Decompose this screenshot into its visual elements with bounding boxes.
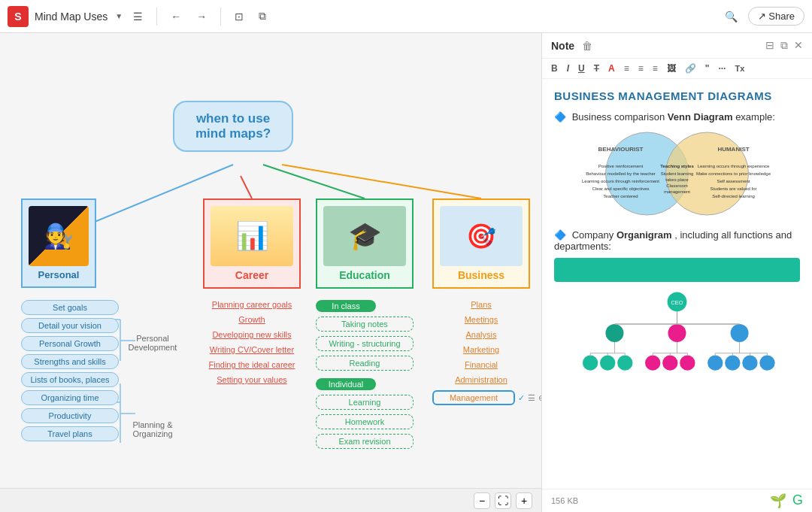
list-item[interactable]: Lists of books, places (21, 372, 119, 387)
business-node[interactable]: 🎯 Business (432, 198, 530, 289)
svg-point-48 (759, 356, 774, 371)
org-icon: 🔷 (554, 229, 566, 241)
list-item[interactable]: Productivity (21, 408, 119, 423)
app-logo: S (8, 6, 29, 27)
svg-text:takes place: takes place (665, 177, 689, 182)
quote-button[interactable]: " (702, 62, 713, 75)
strikethrough-button[interactable]: T (591, 62, 602, 75)
personal-image: 🧑‍🔧 (29, 206, 89, 266)
edit-icon: ✓ (518, 393, 525, 403)
redo-button[interactable]: → (192, 8, 211, 26)
list-item[interactable]: Planning career goals (203, 300, 301, 309)
list-item[interactable]: Finding the ideal career (203, 360, 301, 369)
frame-button[interactable]: ⊡ (230, 8, 248, 26)
personal-items: Set goals Detail your vision Personal Gr… (21, 300, 119, 441)
organigram: CEO (554, 258, 800, 381)
share-button[interactable]: ↗ Share (748, 7, 804, 26)
expand-icon[interactable]: ⊕ (538, 393, 541, 403)
image-button[interactable]: 🖼 (664, 62, 679, 75)
note-header: Note 🗑 ⊟ ⧉ ✕ (542, 33, 812, 59)
personal-node[interactable]: 🧑‍🔧 Personal (21, 198, 96, 288)
duplicate-button[interactable]: ⧉ (254, 7, 271, 26)
list-item[interactable]: Analysis (432, 330, 530, 339)
svg-text:Self-directed learning: Self-directed learning (712, 194, 755, 198)
list-item[interactable]: Growth (203, 315, 301, 324)
org-prefix: Company (572, 229, 617, 241)
list-item[interactable]: Organizing time (21, 390, 119, 405)
list-item[interactable]: Setting your values (203, 375, 301, 384)
minimize-icon[interactable]: ⊟ (765, 39, 774, 52)
note-header-actions: ⊟ ⧉ ✕ (765, 39, 803, 52)
align-button[interactable]: ≡ (650, 62, 661, 75)
grammarly-icon[interactable]: G (792, 492, 803, 509)
italic-button[interactable]: I (564, 62, 572, 75)
management-selected-item[interactable]: Management (432, 390, 515, 405)
venn-section-title: 🔷 Business comparison Venn Diagram examp… (554, 111, 800, 123)
popout-icon[interactable]: ⧉ (780, 39, 788, 52)
zoom-in-button[interactable]: + (516, 492, 532, 509)
svg-text:Teacher centered: Teacher centered (603, 194, 638, 198)
note-footer-actions: 🌱 G (770, 492, 803, 509)
clear-format-button[interactable]: Tx (732, 62, 747, 74)
list-item[interactable]: Travel plans (21, 426, 119, 441)
svg-text:management: management (664, 189, 690, 194)
separator2 (220, 8, 221, 26)
svg-text:Learning occurs through reinfo: Learning occurs through reinforcement (582, 179, 659, 183)
font-color-button[interactable]: A (605, 62, 618, 75)
business-label: Business (440, 269, 523, 281)
list-item[interactable]: Administration (432, 375, 530, 384)
list-item[interactable]: Reading (316, 356, 414, 371)
career-node[interactable]: 📊 Career (203, 198, 301, 289)
education-node[interactable]: 🎓 Education (316, 198, 414, 289)
title-dropdown-icon[interactable]: ▼ (115, 12, 123, 20)
center-node[interactable]: when to use mind maps? (173, 101, 293, 152)
svg-line-3 (282, 165, 481, 198)
ordered-list-button[interactable]: ≡ (621, 62, 632, 75)
unordered-list-button[interactable]: ≡ (635, 62, 647, 75)
svg-text:BEHAVIOURIST: BEHAVIOURIST (598, 146, 644, 153)
zoom-controls: − ⛶ + (474, 492, 532, 509)
note-toolbar: B I U T A ≡ ≡ ≡ 🖼 🔗 " ··· Tx (542, 59, 812, 79)
list-item[interactable]: Writing - structuring (316, 336, 414, 351)
trash-icon[interactable]: 🗑 (582, 40, 592, 52)
business-image: 🎯 (440, 206, 523, 266)
bold-button[interactable]: B (548, 62, 561, 75)
note-title: Note (551, 40, 574, 52)
list-item[interactable]: Developing new skills (203, 330, 301, 339)
canvas-bottom-bar: − ⛶ + (0, 488, 541, 512)
svg-line-2 (263, 165, 365, 198)
list-item[interactable]: Personal Growth (21, 336, 119, 351)
list-item[interactable]: Detail your vision (21, 318, 119, 333)
education-label: Education (323, 269, 406, 281)
link-button[interactable]: 🔗 (682, 62, 699, 75)
undo-button[interactable]: ← (166, 8, 186, 26)
list-item[interactable]: Taking notes (316, 317, 414, 332)
zoom-fit-button[interactable]: ⛶ (495, 492, 511, 509)
list-item[interactable]: Set goals (21, 300, 119, 315)
list-item[interactable]: Learning (316, 395, 414, 410)
svg-point-45 (707, 356, 723, 371)
list-icon[interactable]: ☰ (528, 393, 535, 403)
plant-icon[interactable]: 🌱 (770, 492, 786, 509)
list-item[interactable]: Strengths and skills (21, 354, 119, 369)
venn-icon: 🔷 (554, 111, 566, 123)
list-item[interactable]: Financial (432, 360, 530, 369)
more-button[interactable]: ··· (715, 62, 729, 75)
svg-text:Student learning: Student learning (661, 171, 694, 176)
menu-button[interactable]: ☰ (129, 8, 147, 26)
list-item[interactable]: Plans (432, 300, 530, 309)
list-item[interactable]: Writing CV/Cover letter (203, 345, 301, 354)
file-title: Mind Map Uses (35, 11, 108, 23)
canvas[interactable]: when to use mind maps? 🧑‍🔧 Personal Set … (0, 33, 541, 512)
close-icon[interactable]: ✕ (794, 39, 803, 52)
list-item[interactable]: Marketing (432, 345, 530, 354)
list-item[interactable]: Meetings (432, 315, 530, 324)
list-item[interactable]: Exam revision (316, 434, 414, 449)
search-button[interactable]: 🔍 (720, 8, 742, 26)
zoom-out-button[interactable]: − (474, 492, 490, 509)
svg-text:Self assessment: Self assessment (717, 179, 750, 183)
underline-button[interactable]: U (575, 62, 588, 75)
list-item[interactable]: Homework (316, 414, 414, 429)
main-area: when to use mind maps? 🧑‍🔧 Personal Set … (0, 33, 812, 512)
svg-text:Teaching styles: Teaching styles (660, 164, 694, 168)
